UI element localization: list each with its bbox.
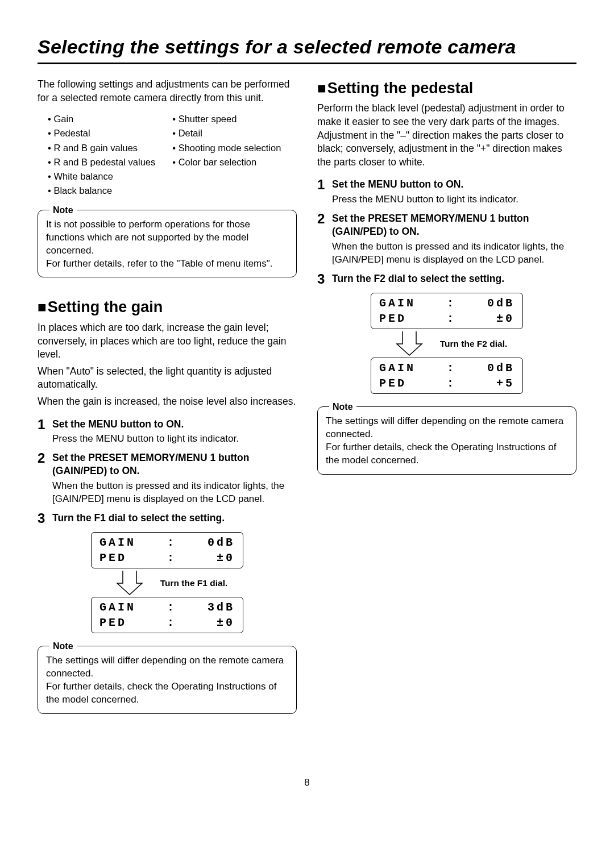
left-column: The following settings and adjustments c… xyxy=(38,78,297,714)
step-2: 2 Set the PRESET MEMORY/MENU 1 button (G… xyxy=(317,212,576,266)
square-icon: ■ xyxy=(317,80,326,97)
lcd-value: ±0 xyxy=(496,311,515,326)
list-item: White balance xyxy=(48,170,155,182)
note-label: Note xyxy=(329,401,356,413)
step-number: 3 xyxy=(317,272,332,286)
content-columns: The following settings and adjustments c… xyxy=(38,78,576,714)
note-text: The settings will differ depending on th… xyxy=(326,415,568,441)
step-title: Set the MENU button to ON. xyxy=(332,178,576,191)
body-text: In places which are too dark, increase t… xyxy=(38,321,297,362)
step-text: Press the MENU button to light its indic… xyxy=(332,193,576,206)
square-icon: ■ xyxy=(38,298,47,315)
page-number: 8 xyxy=(38,776,576,790)
settings-col-left: Gain Pedestal R and B gain values R and … xyxy=(48,113,155,197)
section-heading-pedestal: ■Setting the pedestal xyxy=(317,78,576,98)
note-label: Note xyxy=(49,204,77,217)
lcd-value: 0dB xyxy=(208,535,235,550)
section-heading-gain: ■Setting the gain xyxy=(38,297,297,317)
list-item: Gain xyxy=(48,113,155,125)
step-title: Set the MENU button to ON. xyxy=(52,418,297,431)
lcd-before: GAIN:0dB PED:±0 xyxy=(371,293,523,329)
list-item: R and B gain values xyxy=(48,142,155,154)
settings-list: Gain Pedestal R and B gain values R and … xyxy=(48,113,297,197)
lcd-label: GAIN xyxy=(379,296,416,311)
lcd-value: ±0 xyxy=(217,615,235,630)
note-box-gain: Note The settings will differ depending … xyxy=(38,646,297,714)
step-text: When the button is pressed and its indic… xyxy=(52,480,297,506)
lcd-label: PED xyxy=(379,311,406,326)
note-text: The settings will differ depending on th… xyxy=(46,654,288,680)
step-title: Turn the F2 dial to select the setting. xyxy=(332,272,576,285)
step-number: 1 xyxy=(317,178,332,192)
list-item: Shooting mode selection xyxy=(172,142,281,154)
step-title: Turn the F1 dial to select the setting. xyxy=(52,512,297,525)
heading-text: Setting the gain xyxy=(48,298,163,315)
settings-col-right: Shutter speed Detail Shooting mode selec… xyxy=(172,113,281,197)
list-item: Color bar selection xyxy=(172,156,281,168)
body-text: Perform the black level (pedestal) adjus… xyxy=(317,102,576,169)
lcd-label: GAIN xyxy=(99,535,136,550)
arrow-caption: Turn the F2 dial. xyxy=(440,338,508,350)
lcd-diagram-gain: GAIN:0dB PED:±0 Turn the F1 dial. GAIN:3… xyxy=(38,532,297,633)
list-item: Black balance xyxy=(48,184,155,197)
lcd-value: ±0 xyxy=(217,550,235,566)
list-item: R and B pedestal values xyxy=(48,156,155,168)
lcd-after: GAIN:0dB PED:+5 xyxy=(371,358,523,394)
note-text: It is not possible to perform operations… xyxy=(46,218,288,258)
list-item: Detail xyxy=(172,127,281,139)
body-text: When the gain is increased, the noise le… xyxy=(38,395,297,409)
lcd-value: 0dB xyxy=(487,360,515,376)
step-title: Set the PRESET MEMORY/MENU 1 button (GAI… xyxy=(332,212,576,238)
note-label: Note xyxy=(49,640,77,653)
page-title: Selecting the settings for a selected re… xyxy=(38,34,576,64)
intro-text: The following settings and adjustments c… xyxy=(38,78,297,105)
step-number: 1 xyxy=(38,418,52,431)
steps-pedestal: 1 Set the MENU button to ON. Press the M… xyxy=(317,178,576,287)
note-text: For further details, refer to the "Table… xyxy=(46,258,288,271)
right-column: ■Setting the pedestal Perform the black … xyxy=(317,78,576,714)
step-1: 1 Set the MENU button to ON. Press the M… xyxy=(38,418,297,446)
list-item: Shutter speed xyxy=(172,113,281,125)
note-text: For further details, check the Operating… xyxy=(326,441,568,467)
lcd-diagram-pedestal: GAIN:0dB PED:±0 Turn the F2 dial. GAIN:0… xyxy=(317,293,576,394)
step-text: When the button is pressed and its indic… xyxy=(332,240,576,267)
step-number: 2 xyxy=(38,451,52,465)
note-box: Note It is not possible to perform opera… xyxy=(38,210,297,278)
lcd-label: PED xyxy=(99,550,127,566)
lcd-before: GAIN:0dB PED:±0 xyxy=(91,532,243,568)
lcd-label: GAIN xyxy=(379,360,416,376)
lcd-value: 0dB xyxy=(487,296,515,311)
step-2: 2 Set the PRESET MEMORY/MENU 1 button (G… xyxy=(38,451,297,505)
note-box-pedestal: Note The settings will differ depending … xyxy=(317,406,576,475)
lcd-value: 3dB xyxy=(208,600,235,615)
down-arrow-icon xyxy=(387,331,432,356)
lcd-label: PED xyxy=(379,376,406,391)
step-title: Set the PRESET MEMORY/MENU 1 button (GAI… xyxy=(52,451,297,477)
lcd-value: +5 xyxy=(496,376,515,391)
lcd-label: PED xyxy=(99,615,127,630)
step-1: 1 Set the MENU button to ON. Press the M… xyxy=(317,178,576,206)
step-text: Press the MENU button to light its indic… xyxy=(52,433,297,446)
step-3: 3 Turn the F2 dial to select the setting… xyxy=(317,272,576,288)
step-number: 3 xyxy=(38,512,52,525)
step-3: 3 Turn the F1 dial to select the setting… xyxy=(38,512,297,527)
arrow-caption: Turn the F1 dial. xyxy=(160,578,228,589)
down-arrow-icon xyxy=(107,571,152,596)
lcd-label: GAIN xyxy=(99,600,136,615)
lcd-after: GAIN:3dB PED:±0 xyxy=(91,597,243,633)
note-text: For further details, check the Operating… xyxy=(46,680,288,707)
body-text: When "Auto" is selected, the light quant… xyxy=(38,365,297,392)
heading-text: Setting the pedestal xyxy=(327,80,474,97)
steps-gain: 1 Set the MENU button to ON. Press the M… xyxy=(38,418,297,527)
list-item: Pedestal xyxy=(48,127,155,139)
step-number: 2 xyxy=(317,212,332,226)
